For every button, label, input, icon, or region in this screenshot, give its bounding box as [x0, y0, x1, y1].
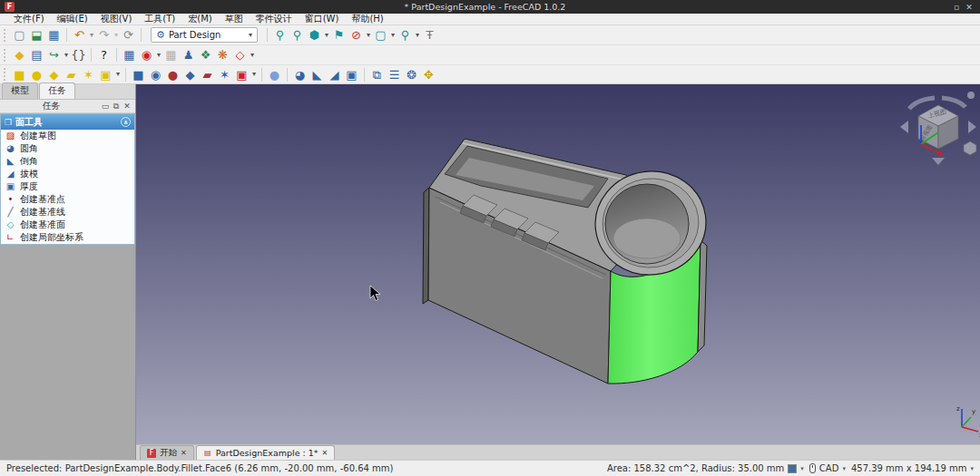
create-group-icon[interactable]: ▤	[28, 47, 45, 63]
view-size-dropdown-icon[interactable]: ▾	[970, 465, 974, 472]
panel-restore-button[interactable]: ▭	[100, 102, 111, 111]
hole-icon[interactable]: ◉	[147, 66, 164, 83]
tab-model[interactable]: 模型	[2, 83, 38, 99]
panel-float-button[interactable]: ⧉	[111, 102, 122, 112]
pocket-icon[interactable]: ■	[130, 66, 147, 83]
expression-icon[interactable]: {}	[70, 47, 87, 63]
refresh-icon[interactable]: ⟳	[120, 27, 137, 44]
toolbar-handle[interactable]	[4, 68, 8, 81]
collapse-section-button[interactable]: ∧	[121, 117, 131, 127]
task-item-datum-point[interactable]: • 创建基准点	[1, 193, 134, 206]
pad-icon[interactable]: ■	[11, 66, 28, 83]
redo-icon[interactable]: ↷	[95, 27, 113, 44]
menu-item[interactable]: 零件设计	[250, 13, 299, 25]
fit-selection-icon[interactable]: ⚲	[289, 27, 306, 44]
menu-item[interactable]: 视图(V)	[94, 13, 139, 25]
draft-tool-icon[interactable]: ◢	[326, 66, 343, 83]
workbench-selector[interactable]: ⚙ Part Design ▾	[151, 27, 258, 43]
zoom-icon[interactable]: ⚲	[397, 27, 414, 44]
task-item-create-sketch[interactable]: ▨ 创建草图	[1, 130, 134, 142]
make-link-dropdown[interactable]: ▾	[63, 47, 70, 63]
subtractive-loft-icon[interactable]: ◆	[181, 66, 199, 83]
map-sketch-icon[interactable]: ▦	[162, 47, 180, 63]
tab-close-icon[interactable]: ✕	[322, 449, 328, 457]
axonometric-icon[interactable]: ⬢	[306, 27, 323, 44]
align-view-icon[interactable]: ⚑	[330, 27, 348, 44]
subtractive-helix-icon[interactable]: ✶	[216, 66, 233, 83]
mdi-tab-document[interactable]: ▤ PartDesignExample : 1* ✕	[196, 445, 336, 460]
groove-icon[interactable]: ●	[164, 66, 181, 83]
create-sketch-icon[interactable]: ◉	[138, 47, 155, 63]
fillet-tool-icon[interactable]: ◕	[291, 66, 309, 83]
sprocket-icon[interactable]: ❋	[214, 47, 231, 63]
mirrored-icon[interactable]: ⧉	[368, 66, 386, 83]
chamfer-tool-icon[interactable]: ◣	[309, 66, 326, 83]
close-button[interactable]: ✕	[963, 3, 975, 12]
dimension-dropdown-icon[interactable]: ▾	[800, 465, 804, 472]
additive-pipe-icon[interactable]: ▰	[63, 66, 80, 83]
navigation-style[interactable]: CAD	[819, 463, 839, 473]
whats-this-icon[interactable]: ?	[95, 47, 113, 63]
task-item-datum-plane[interactable]: ◇ 创建基准面	[1, 219, 134, 231]
save-icon[interactable]: ▦	[45, 27, 63, 44]
face-tools-header[interactable]: ❐ 面工具 ∧	[1, 114, 134, 130]
polar-pattern-icon[interactable]: ❂	[403, 66, 420, 83]
additive-loft-icon[interactable]: ◆	[45, 66, 63, 83]
new-file-icon[interactable]: ▢	[11, 27, 28, 44]
3d-viewport[interactable]: 上视图 前视图 z y x	[136, 84, 980, 444]
undo-icon[interactable]: ↶	[71, 27, 88, 44]
draw-style-icon[interactable]: ▢	[372, 27, 389, 44]
toolbar-handle[interactable]	[4, 29, 8, 42]
clone-icon[interactable]: ❖	[197, 47, 214, 63]
subtractive-pipe-icon[interactable]: ▰	[199, 66, 216, 83]
subtractive-primitive-dropdown[interactable]: ▾	[250, 66, 258, 83]
menu-item[interactable]: 窗口(W)	[299, 13, 346, 25]
clipping-dropdown[interactable]: ▾	[365, 27, 372, 44]
clipping-icon[interactable]: ⊘	[348, 27, 365, 44]
involute-gear-icon[interactable]: ◇	[231, 47, 249, 63]
mdi-tab-start[interactable]: F 开始 ✕	[140, 445, 194, 460]
create-body-icon[interactable]: ▦	[121, 47, 138, 63]
task-item-draft[interactable]: ◢ 拔模	[1, 168, 134, 180]
make-link-icon[interactable]: ↪	[45, 47, 63, 63]
boolean-sphere-icon[interactable]: ●	[266, 66, 283, 83]
additive-helix-icon[interactable]: ✶	[80, 66, 97, 83]
draw-style-dropdown[interactable]: ▾	[389, 27, 397, 44]
sketch-dropdown[interactable]: ▾	[155, 47, 162, 63]
menu-item[interactable]: 宏(M)	[181, 13, 218, 25]
subtractive-primitive-icon[interactable]: ▣	[233, 66, 250, 83]
revolution-icon[interactable]: ●	[28, 66, 45, 83]
fit-all-icon[interactable]: ⚲	[271, 27, 289, 44]
additive-primitive-dropdown[interactable]: ▾	[114, 66, 122, 83]
task-item-datum-line[interactable]: ╱ 创建基准线	[1, 206, 134, 219]
zoom-dropdown[interactable]: ▾	[414, 27, 421, 44]
3d-scene[interactable]: 上视图 前视图 z y x	[136, 84, 980, 444]
tab-tasks[interactable]: 任务	[39, 83, 75, 99]
task-item-fillet[interactable]: ◕ 圆角	[1, 142, 134, 155]
shapebinder-icon[interactable]: ♟	[180, 47, 197, 63]
axonometric-dropdown[interactable]: ▾	[323, 27, 330, 44]
tab-close-icon[interactable]: ✕	[181, 449, 187, 457]
measure-icon[interactable]: Ŧ	[421, 27, 438, 44]
task-item-local-cs[interactable]: ∟ 创建局部坐标系	[1, 231, 134, 244]
task-item-chamfer[interactable]: ◣ 倒角	[1, 155, 134, 168]
thickness-tool-icon[interactable]: ▣	[343, 66, 360, 83]
redo-dropdown[interactable]: ▾	[113, 27, 120, 44]
multitransform-icon[interactable]: ✥	[420, 66, 437, 83]
menu-item[interactable]: 帮助(H)	[345, 13, 389, 25]
panel-close-button[interactable]: ✕	[122, 102, 132, 111]
additive-primitive-icon[interactable]: ▣	[97, 66, 114, 83]
menu-item[interactable]: 工具(T)	[138, 13, 181, 25]
linear-pattern-icon[interactable]: ☰	[386, 66, 403, 83]
menu-item[interactable]: 文件(F)	[7, 13, 51, 25]
toolbar-handle[interactable]	[4, 49, 8, 62]
gear-dropdown[interactable]: ▾	[249, 47, 256, 63]
open-file-icon[interactable]: ⬓	[28, 27, 45, 44]
task-item-thickness[interactable]: ▣ 厚度	[1, 180, 134, 193]
create-part-icon[interactable]: ◆	[11, 47, 28, 63]
color-swatch[interactable]	[788, 464, 797, 473]
menu-item[interactable]: 草图	[219, 13, 250, 25]
maximize-button[interactable]: ▫	[950, 3, 963, 12]
menu-item[interactable]: 编辑(E)	[51, 13, 94, 25]
undo-dropdown[interactable]: ▾	[88, 27, 95, 44]
